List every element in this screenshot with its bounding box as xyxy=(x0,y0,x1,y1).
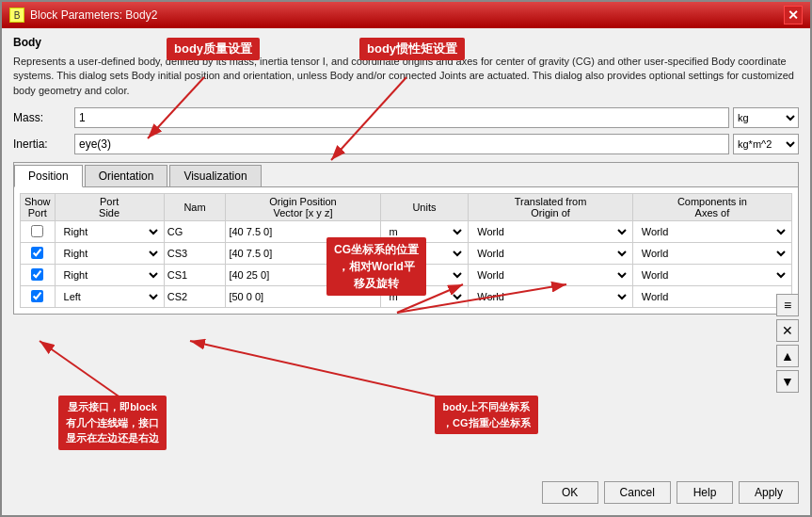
th-port-side: PortSide xyxy=(55,194,164,221)
mass-properties-section: Mass: kg Inertia: kg*m^2 xyxy=(13,107,799,154)
translated-cell-3: World xyxy=(469,265,633,286)
port-side-cell-2: Right Left xyxy=(55,243,164,265)
components-select-3[interactable]: World xyxy=(636,266,788,284)
annotation-coord-systems: body上不同坐标系，CG指重心坐标系 xyxy=(435,396,538,434)
tabs-header: Position Orientation Visualization xyxy=(14,163,798,187)
translated-cell-2: World xyxy=(469,243,633,265)
port-side-select-2[interactable]: Right Left xyxy=(58,244,161,263)
ok-button[interactable]: OK xyxy=(542,481,598,504)
components-select-1[interactable]: World xyxy=(636,222,788,241)
name-cell-1: CG xyxy=(164,221,226,243)
tab-position[interactable]: Position xyxy=(14,165,83,187)
translated-select-4[interactable]: World xyxy=(471,287,629,306)
translated-cell-4: World xyxy=(469,286,633,308)
side-btn-down[interactable]: ▼ xyxy=(776,370,799,393)
port-side-select-4[interactable]: Right Left xyxy=(58,287,161,306)
inertia-label: Inertia: xyxy=(13,137,74,151)
tab-orientation[interactable]: Orientation xyxy=(85,165,168,186)
components-select-2[interactable]: World xyxy=(636,244,788,263)
mass-row: Mass: kg xyxy=(13,107,799,128)
show-port-checkbox-3[interactable] xyxy=(31,268,43,281)
annotation-cg-position: CG坐标系的位置，相对World平移及旋转 xyxy=(326,237,426,296)
annotation-inertia: body惯性矩设置 xyxy=(359,38,465,60)
mass-unit-select[interactable]: kg xyxy=(733,107,799,128)
main-window: B Block Parameters: Body2 ✕ Body Represe… xyxy=(0,0,812,517)
title-bar-left: B Block Parameters: Body2 xyxy=(9,8,157,23)
name-cell-4: CS2 xyxy=(164,286,226,308)
translated-cell-1: World xyxy=(469,221,633,243)
inertia-unit-select[interactable]: kg*m^2 xyxy=(733,134,799,154)
tab-visualization[interactable]: Visualization xyxy=(169,165,261,186)
port-side-select-1[interactable]: Right Left xyxy=(58,222,161,241)
translated-select-1[interactable]: World xyxy=(471,222,629,241)
cancel-button[interactable]: Cancel xyxy=(604,481,671,504)
mass-label: Mass: xyxy=(13,111,74,124)
th-units: Units xyxy=(380,194,469,221)
annotation-show-port: 显示接口，即block有几个连线端，接口显示在左边还是右边 xyxy=(58,396,167,450)
side-buttons: ≡ ✕ ▲ ▼ xyxy=(776,294,799,393)
side-btn-up[interactable]: ▲ xyxy=(776,345,799,367)
show-port-checkbox-1[interactable] xyxy=(31,225,43,237)
bottom-buttons: OK Cancel Help Apply xyxy=(542,481,799,504)
title-bar: B Block Parameters: Body2 ✕ xyxy=(2,2,810,28)
th-translated: Translated fromOrigin of xyxy=(469,194,633,221)
th-name: Nam xyxy=(164,194,226,221)
description-text: Represents a user-defined body, defined … xyxy=(13,55,799,98)
help-button[interactable]: Help xyxy=(677,481,733,504)
window-icon: B xyxy=(9,8,24,23)
components-cell-2: World xyxy=(632,243,791,265)
show-port-cell-4 xyxy=(21,286,56,308)
name-cell-3: CS1 xyxy=(164,265,226,286)
side-btn-list[interactable]: ≡ xyxy=(776,294,799,316)
components-select-4[interactable]: World xyxy=(636,287,788,306)
show-port-cell-3 xyxy=(21,265,56,286)
name-cell-2: CS3 xyxy=(164,243,226,265)
port-side-select-3[interactable]: Right Left xyxy=(58,266,161,284)
mass-input[interactable] xyxy=(74,107,729,128)
show-port-cell xyxy=(21,221,56,243)
components-cell-4: World xyxy=(632,286,791,308)
inertia-row: Inertia: kg*m^2 xyxy=(13,134,799,154)
components-cell-1: World xyxy=(632,221,791,243)
close-button[interactable]: ✕ xyxy=(784,6,803,24)
translated-select-2[interactable]: World xyxy=(471,244,629,263)
port-side-cell: Right Left xyxy=(55,221,164,243)
show-port-cell-2 xyxy=(21,243,56,265)
window-title: Block Parameters: Body2 xyxy=(30,8,157,22)
port-side-cell-3: Right Left xyxy=(55,265,164,286)
components-cell-3: World xyxy=(632,265,791,286)
th-show-port: ShowPort xyxy=(21,194,56,221)
annotation-mass: body质量设置 xyxy=(167,38,260,60)
inertia-input[interactable] xyxy=(74,134,729,154)
port-side-cell-4: Right Left xyxy=(55,286,164,308)
th-origin-position: Origin PositionVector [x y z] xyxy=(226,194,380,221)
apply-button[interactable]: Apply xyxy=(739,481,799,504)
side-btn-delete[interactable]: ✕ xyxy=(776,319,799,342)
show-port-checkbox-4[interactable] xyxy=(31,290,43,302)
th-components: Components inAxes of xyxy=(632,194,791,221)
show-port-checkbox-2[interactable] xyxy=(31,247,43,259)
translated-select-3[interactable]: World xyxy=(471,266,629,284)
